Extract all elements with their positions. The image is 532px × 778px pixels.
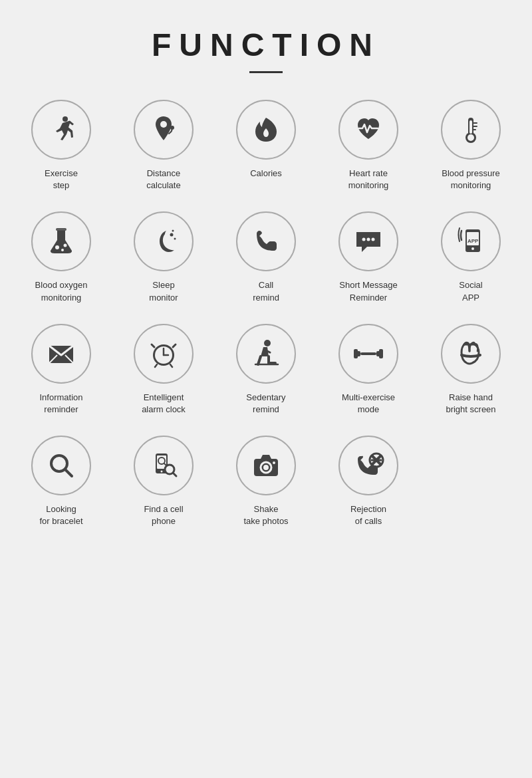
sleep-icon-circle <box>134 211 194 271</box>
phone-icon <box>250 225 282 257</box>
svg-point-52 <box>273 461 275 464</box>
features-grid: Exercisestep Distancecalculate Calories <box>13 100 519 528</box>
svg-rect-35 <box>354 349 358 358</box>
svg-point-12 <box>55 245 59 249</box>
feature-calories: Calories <box>218 100 314 192</box>
svg-text:APP: APP <box>467 238 479 244</box>
blood-oxygen-label: Blood oxygenmonitoring <box>35 279 88 303</box>
sedentary-label: Sedentaryremind <box>246 392 285 416</box>
title-underline <box>249 71 283 73</box>
heartrate-icon <box>352 114 384 146</box>
distance-icon-circle <box>134 100 194 160</box>
feature-social-app: APP SocialAPP <box>423 211 519 303</box>
social-app-icon-circle: APP <box>441 211 501 271</box>
search-icon-circle <box>31 436 91 495</box>
app-icon: APP <box>455 225 487 257</box>
calories-icon-circle <box>236 100 296 160</box>
search-icon <box>45 450 77 481</box>
phone-search-icon <box>148 450 180 481</box>
call-remind-label: Callremind <box>253 279 279 303</box>
svg-point-14 <box>64 244 67 247</box>
thermometer-icon <box>455 114 487 146</box>
heart-rate-label: Heart ratemonitoring <box>348 168 389 192</box>
svg-point-13 <box>61 249 64 251</box>
svg-point-44 <box>161 471 163 473</box>
feature-sleep: Sleepmonitor <box>116 211 211 303</box>
svg-point-5 <box>467 134 474 141</box>
svg-point-51 <box>263 465 269 470</box>
information-reminder-label: Informationreminder <box>39 392 82 416</box>
message-icon-circle <box>338 211 398 271</box>
feature-sedentary: Sedentaryremind <box>218 324 314 416</box>
camera-icon <box>250 450 282 481</box>
distance-label: Distancecalculate <box>146 168 180 192</box>
feature-call-remind: Callremind <box>218 211 314 303</box>
feature-blood-pressure: Blood pressuremonitoring <box>423 100 519 192</box>
raise-hand-label: Raise handbright screen <box>446 392 495 416</box>
svg-point-0 <box>63 116 68 122</box>
svg-point-2 <box>170 126 174 130</box>
feature-find-phone: Find a cellphone <box>116 436 211 527</box>
alarm-icon <box>148 338 180 370</box>
svg-point-20 <box>372 238 375 241</box>
feature-information-reminder: Informationreminder <box>13 324 109 416</box>
svg-point-1 <box>160 121 167 128</box>
svg-point-18 <box>362 238 366 241</box>
flame-icon <box>250 114 282 146</box>
exercise-step-label: Exercisestep <box>45 168 78 192</box>
find-phone-label: Find a cellphone <box>144 503 183 527</box>
feature-multi-exercise: Multi-exercisemode <box>321 324 416 416</box>
sitting-icon <box>250 338 282 370</box>
feature-shake-photo: Shaketake photos <box>218 436 314 527</box>
social-app-label: SocialAPP <box>459 279 482 303</box>
feature-short-message: Short MessageReminder <box>321 211 416 303</box>
alarm-icon-circle <box>134 324 194 384</box>
alarm-clock-label: Entelligentalarm clock <box>142 392 186 416</box>
sitting-icon-circle <box>236 324 296 384</box>
blood-pressure-icon-circle <box>441 100 501 160</box>
camera-icon-circle <box>236 436 296 495</box>
rejection-calls-label: Rejectionof calls <box>350 503 386 527</box>
phone-search-icon-circle <box>134 436 194 495</box>
reject-call-icon-circle <box>338 436 398 495</box>
wrist-icon-circle <box>441 324 501 384</box>
reject-call-icon <box>352 450 384 481</box>
moon-icon <box>148 225 180 257</box>
feature-raise-hand: Raise handbright screen <box>423 324 519 416</box>
flask-icon <box>45 225 77 257</box>
envelope-icon <box>45 338 77 370</box>
message-icon <box>352 225 384 257</box>
feature-alarm-clock: Entelligentalarm clock <box>116 324 211 416</box>
svg-point-15 <box>170 233 174 237</box>
location-icon <box>148 114 180 146</box>
run-icon <box>45 114 77 146</box>
heart-rate-icon-circle <box>338 100 398 160</box>
page-title: FUNCTION <box>152 27 380 63</box>
blood-pressure-label: Blood pressuremonitoring <box>442 168 499 192</box>
feature-looking-bracelet: Lookingfor bracelet <box>13 436 109 527</box>
feature-heart-rate: Heart ratemonitoring <box>321 100 416 192</box>
short-message-label: Short MessageReminder <box>339 279 397 303</box>
svg-point-24 <box>471 247 474 250</box>
svg-line-41 <box>65 469 72 476</box>
svg-line-48 <box>173 473 176 476</box>
exercise-step-icon-circle <box>31 100 91 160</box>
feature-blood-oxygen: Blood oxygenmonitoring <box>13 211 109 303</box>
call-icon-circle <box>236 211 296 271</box>
feature-distance: Distancecalculate <box>116 100 211 192</box>
svg-rect-37 <box>379 349 383 358</box>
svg-point-17 <box>172 230 174 232</box>
calories-label: Calories <box>250 168 282 180</box>
dumbbell-icon <box>352 338 384 370</box>
svg-rect-6 <box>469 120 472 134</box>
svg-point-16 <box>174 238 176 240</box>
blood-oxygen-icon-circle <box>31 211 91 271</box>
wrist-icon <box>455 338 487 370</box>
feature-rejection-calls: Rejectionof calls <box>321 436 416 527</box>
multi-exercise-label: Multi-exercisemode <box>342 392 395 416</box>
feature-exercise-step: Exercisestep <box>13 100 109 192</box>
svg-point-19 <box>367 238 370 241</box>
shake-photo-label: Shaketake photos <box>243 503 288 527</box>
dumbbell-icon-circle <box>338 324 398 384</box>
svg-point-32 <box>264 340 271 346</box>
